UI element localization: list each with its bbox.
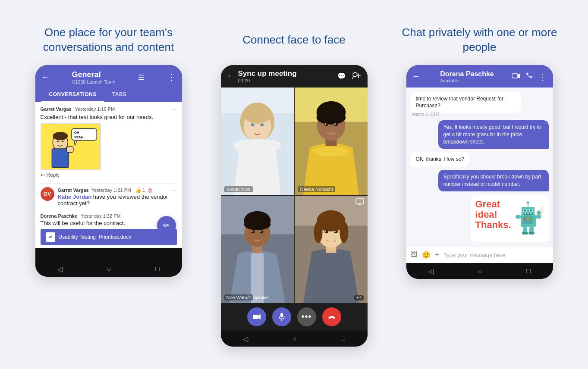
speaker-label: Speaker <box>253 295 269 300</box>
call-title: Sync up meeting <box>238 69 297 78</box>
phone1-topbar: ← General X1050 Launch Team ☰ ⋮ <box>41 70 176 84</box>
column-conversations: One place for your team's conversations … <box>25 23 193 277</box>
msg-options-icon-2[interactable]: ⋯ <box>171 187 177 194</box>
tab-conversations[interactable]: CONVERSATIONS <box>41 88 104 102</box>
msg-text: Excellent - that test looks great for ou… <box>41 114 177 120</box>
compose-button[interactable]: ✏ <box>157 216 176 235</box>
like-count: 👍 1 <box>135 188 145 193</box>
msg-text-3: This will be useful for the contract. <box>41 220 177 226</box>
chat-body: time to review that vendor Request-for-P… <box>406 88 553 247</box>
contact-status: Available <box>440 78 494 83</box>
mute-button[interactable] <box>272 307 291 326</box>
robot-illustration <box>512 199 544 238</box>
phone2-header: ← Sync up meeting 00:20 💬 <box>221 65 368 88</box>
svg-rect-9 <box>66 147 73 153</box>
phone3-navbar: ◁ ○ □ <box>406 263 553 279</box>
msg-meta-3: Dorena Paschke Yesterday 1:32 PM <box>41 213 177 219</box>
chat-header-icons: ⋮ <box>512 72 547 82</box>
phone3-topbar: ← Dorena Paschke Available <box>412 70 547 83</box>
msg-right: Garret Vargas Yesterday 1:21 PM 👍 1 @ ⋯ … <box>58 187 177 209</box>
sticker-text: Greatidea!Thanks. <box>475 199 511 231</box>
add-participant-icon[interactable] <box>352 72 362 81</box>
voice-call-icon[interactable] <box>526 72 533 81</box>
svg-text:OH: OH <box>74 130 79 134</box>
participant-name-2: Deeba Nobakht <box>298 186 335 192</box>
svg-point-24 <box>251 123 254 126</box>
svg-marker-71 <box>518 73 520 78</box>
chat-timestamp: March 6, 2017 <box>412 112 440 117</box>
contact-info: Dorena Paschke Available <box>440 70 494 83</box>
nav-back[interactable]: ◁ <box>57 265 63 273</box>
message-item-2: GV Garret Vargas Yesterday 1:21 PM 👍 1 @… <box>35 184 182 211</box>
chat-text-1: time to review that vendor Request-for-P… <box>416 96 505 109</box>
more-icon-3[interactable]: ⋮ <box>538 72 547 82</box>
chat-sticker: Greatidea!Thanks. <box>471 195 549 242</box>
nav-back-2[interactable]: ◁ <box>243 335 248 343</box>
chat-bubble-received-1: time to review that vendor Request-for-P… <box>411 92 521 113</box>
nav-square[interactable]: □ <box>155 265 160 273</box>
msg-options-icon[interactable]: ⋯ <box>171 106 177 113</box>
speaker-icon: 🔊 <box>245 295 251 300</box>
image-icon[interactable]: 🖼 <box>411 251 418 259</box>
video-call-icon[interactable] <box>512 73 521 81</box>
doc-attachment[interactable]: W Usability Testing_Priorities.docx <box>41 229 177 245</box>
back-icon[interactable]: ← <box>41 73 49 82</box>
more-button[interactable]: ••• <box>297 307 316 326</box>
nav-home[interactable]: ○ <box>107 265 111 273</box>
phone-1: ← General X1050 Launch Team ☰ ⋮ CONVERSA… <box>35 65 182 277</box>
phone3-header: ← Dorena Paschke Available <box>406 65 553 88</box>
svg-text:YEAH!: YEAH! <box>74 135 84 139</box>
tab-tabs[interactable]: TABS <box>104 88 135 102</box>
extra-participants-badge: +7 <box>354 295 364 300</box>
more-icon[interactable]: ⋮ <box>167 72 176 82</box>
mention-icon: @ <box>148 188 152 193</box>
word-icon: W <box>46 232 55 242</box>
nav-home-2[interactable]: ○ <box>292 335 297 343</box>
message-input-bar: 🖼 🙂 + Type your message here <box>406 247 553 263</box>
camera-button[interactable] <box>247 307 266 326</box>
page-wrapper: One place for your team's conversations … <box>0 10 588 360</box>
compose-icon[interactable]: ☰ <box>138 73 144 81</box>
reply-button[interactable]: ↩ Reply <box>41 172 177 178</box>
sender-name-2: Garret Vargas <box>58 188 89 193</box>
screen-share-icon[interactable] <box>355 198 364 206</box>
end-call-button[interactable] <box>322 307 341 326</box>
reply-icon: ↩ <box>41 172 45 178</box>
svg-rect-94 <box>522 232 528 235</box>
msg-time-2: Yesterday 1:21 PM <box>91 188 132 193</box>
svg-rect-78 <box>524 210 526 211</box>
back-icon-2[interactable]: ← <box>227 72 235 81</box>
svg-point-8 <box>62 141 63 142</box>
svg-rect-83 <box>530 213 531 214</box>
msg-meta2: Garret Vargas Yesterday 1:21 PM 👍 1 @ ⋯ <box>58 187 177 194</box>
nav-home-3[interactable]: ○ <box>478 267 482 275</box>
svg-point-65 <box>334 230 336 232</box>
chat-icon[interactable]: 💬 <box>337 72 346 80</box>
message-input[interactable]: Type your message here <box>443 252 548 258</box>
phone1-title-block: General X1050 Launch Team <box>72 70 116 84</box>
add-icon[interactable]: + <box>435 250 440 260</box>
chat-msg-1: time to review that vendor Request-for-P… <box>411 92 549 117</box>
phone-3: ← Dorena Paschke Available <box>406 65 553 279</box>
call-timer: 00:20 <box>238 78 297 83</box>
svg-point-27 <box>264 140 281 150</box>
emoji-icon[interactable]: 🙂 <box>422 251 431 259</box>
svg-rect-84 <box>523 216 533 224</box>
back-icon-3[interactable]: ← <box>412 72 420 81</box>
video-cell-2: Deeba Nobakht <box>295 88 368 195</box>
phone1-header: ← General X1050 Launch Team ☰ ⋮ CONVERSA… <box>35 65 182 102</box>
nav-square-2[interactable]: □ <box>341 335 345 343</box>
chat-bubble-sent-2: Specifically you should break down by pa… <box>438 170 549 191</box>
column-chat: Chat privately with one or more people ←… <box>396 23 564 279</box>
svg-point-87 <box>530 218 532 220</box>
sender-name-3: Dorena Paschke <box>41 213 78 219</box>
call-controls: ••• <box>221 303 368 331</box>
msg-time: Yesterday 1:19 PM <box>75 106 115 112</box>
message-item: Garret Vargas Yesterday 1:19 PM ⋯ Excell… <box>35 102 182 183</box>
reply-label: Reply <box>47 172 60 178</box>
svg-point-38 <box>334 123 336 125</box>
nav-back-3[interactable]: ◁ <box>428 267 434 275</box>
fab-container: ✏ <box>35 248 182 261</box>
svg-rect-70 <box>512 74 518 78</box>
nav-square-3[interactable]: □ <box>526 267 531 275</box>
